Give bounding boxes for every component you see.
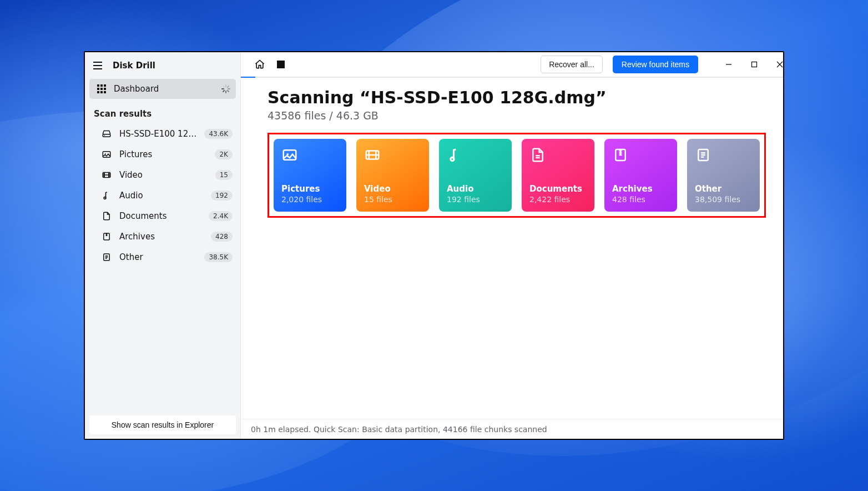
review-items-button[interactable]: Review found items <box>613 56 698 73</box>
card-pictures[interactable]: Pictures 2,020 files <box>274 139 346 212</box>
document-icon <box>529 147 545 162</box>
scan-subtitle: 43586 files / 46.3 GB <box>268 109 766 122</box>
count-badge: 15 <box>215 170 233 180</box>
sidebar-item-documents[interactable]: Documents 2.4K <box>89 206 236 226</box>
toolbar: Recover all... Review found items <box>241 52 784 77</box>
audio-icon <box>102 191 112 201</box>
count-badge: 2K <box>215 149 233 159</box>
stop-icon <box>277 61 285 68</box>
card-subtitle: 15 files <box>364 195 421 204</box>
svg-rect-8 <box>752 62 757 67</box>
loading-spinner-icon <box>221 84 230 93</box>
sidebar-item-label: Documents <box>119 211 201 221</box>
count-badge: 43.6K <box>204 129 233 139</box>
recover-all-button[interactable]: Recover all... <box>541 56 603 73</box>
sidebar-item-dashboard[interactable]: Dashboard <box>89 79 236 99</box>
card-title: Documents <box>529 184 587 194</box>
count-badge: 2.4K <box>209 211 233 221</box>
document-icon <box>102 211 112 221</box>
dashboard-label: Dashboard <box>114 84 214 94</box>
card-subtitle: 192 files <box>447 195 504 204</box>
window-controls <box>716 52 784 77</box>
card-audio[interactable]: Audio 192 files <box>439 139 512 212</box>
category-cards-highlight: Pictures 2,020 files Video 15 files <box>268 133 766 218</box>
card-title: Audio <box>447 184 504 194</box>
sidebar-item-pictures[interactable]: Pictures 2K <box>89 144 236 164</box>
sidebar-item-label: Video <box>119 170 208 180</box>
stop-button[interactable] <box>275 59 286 70</box>
svg-point-12 <box>451 157 454 161</box>
card-other[interactable]: Other 38,509 files <box>687 139 760 212</box>
image-icon <box>102 149 112 159</box>
other-icon <box>102 252 112 262</box>
show-in-explorer-button[interactable]: Show scan results in Explorer <box>89 415 236 434</box>
dashboard-icon <box>97 84 106 93</box>
sidebar-item-label: Other <box>119 252 196 262</box>
sidebar-item-video[interactable]: Video 15 <box>89 164 236 185</box>
svg-point-1 <box>104 135 105 136</box>
card-archives[interactable]: Archives 428 files <box>604 139 677 212</box>
video-icon <box>102 170 112 180</box>
svg-rect-0 <box>103 134 110 137</box>
close-button[interactable] <box>767 52 784 77</box>
status-text: 0h 1m elapsed. Quick Scan: Basic data pa… <box>251 425 547 434</box>
sidebar: Disk Drill Dashboard Scan results HS-SSD… <box>85 52 241 439</box>
sidebar-item-label: Archives <box>119 232 203 242</box>
minimize-button[interactable] <box>716 52 741 77</box>
card-title: Pictures <box>281 184 339 194</box>
sidebar-item-archives[interactable]: Archives 428 <box>89 226 236 247</box>
audio-icon <box>447 147 462 162</box>
sidebar-item-drive[interactable]: HS-SSD-E100 128G.dmg 43.6K <box>89 123 236 144</box>
card-title: Archives <box>612 184 669 194</box>
sidebar-item-other[interactable]: Other 38.5K <box>89 247 236 267</box>
count-badge: 192 <box>211 191 233 201</box>
home-button[interactable] <box>254 59 265 70</box>
sidebar-item-label: Pictures <box>119 149 207 159</box>
archive-icon <box>612 147 628 162</box>
image-icon <box>281 147 297 162</box>
app-title: Disk Drill <box>113 61 155 71</box>
count-badge: 428 <box>211 232 233 242</box>
card-title: Video <box>364 184 421 194</box>
scan-progress-bar <box>241 77 784 78</box>
drive-icon <box>102 129 112 139</box>
card-subtitle: 428 files <box>612 195 669 204</box>
sidebar-section-title: Scan results <box>85 99 240 122</box>
card-documents[interactable]: Documents 2,422 files <box>522 139 594 212</box>
card-subtitle: 2,422 files <box>529 195 587 204</box>
card-subtitle: 2,020 files <box>281 195 339 204</box>
svg-point-5 <box>104 197 106 199</box>
card-video[interactable]: Video 15 files <box>356 139 429 212</box>
sidebar-item-label: Audio <box>119 191 203 201</box>
main-panel: Recover all... Review found items Scanni… <box>241 52 784 439</box>
other-icon <box>695 147 710 162</box>
content-area: Scanning “HS-SSD-E100 128G.dmg” 43586 fi… <box>241 78 784 419</box>
status-bar: 0h 1m elapsed. Quick Scan: Basic data pa… <box>241 419 784 439</box>
app-window: Disk Drill Dashboard Scan results HS-SSD… <box>84 51 784 440</box>
video-icon <box>364 147 380 162</box>
scan-title: Scanning “HS-SSD-E100 128G.dmg” <box>268 88 766 107</box>
sidebar-item-label: HS-SSD-E100 128G.dmg <box>119 129 196 139</box>
card-title: Other <box>695 184 752 194</box>
maximize-button[interactable] <box>741 52 767 77</box>
archive-icon <box>102 232 112 242</box>
count-badge: 38.5K <box>204 252 233 262</box>
sidebar-item-audio[interactable]: Audio 192 <box>89 185 236 206</box>
card-subtitle: 38,509 files <box>695 195 752 204</box>
sidebar-list: HS-SSD-E100 128G.dmg 43.6K Pictures 2K V… <box>85 122 240 268</box>
menu-icon[interactable] <box>90 60 105 71</box>
